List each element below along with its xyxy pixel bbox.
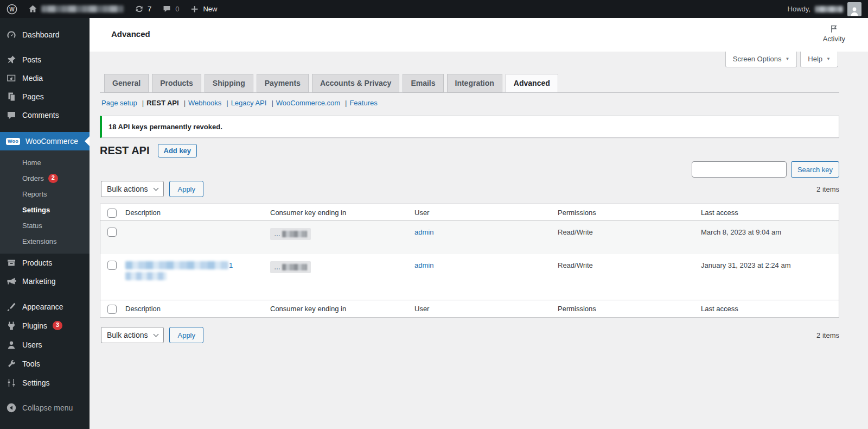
description-visible-suffix: 1 bbox=[229, 261, 233, 269]
search-key-button[interactable]: Search key bbox=[791, 161, 839, 178]
bulk-actions-select[interactable]: Bulk actions bbox=[101, 181, 164, 197]
blurred-key bbox=[282, 231, 307, 237]
column-header-user: User bbox=[414, 204, 558, 217]
howdy-label: Howdy, bbox=[788, 5, 810, 13]
advanced-subnav: Page setup | REST API | Webhooks | Legac… bbox=[101, 99, 378, 107]
sidebar-item-tools[interactable]: Tools bbox=[0, 354, 90, 373]
page-header-bar: Advanced Activity bbox=[90, 18, 868, 52]
pages-icon bbox=[6, 91, 17, 102]
screen-options-button[interactable]: Screen Options ▼ bbox=[725, 52, 797, 67]
active-menu-arrow bbox=[85, 136, 90, 146]
apply-button[interactable]: Apply bbox=[169, 327, 203, 343]
sidebar-item-posts[interactable]: Posts bbox=[0, 51, 90, 69]
plugins-count-badge: 3 bbox=[53, 321, 62, 330]
user-avatar[interactable] bbox=[847, 2, 861, 16]
blurred-site-name bbox=[41, 5, 124, 12]
wrench-icon bbox=[6, 358, 17, 369]
search-box: Search key bbox=[692, 161, 839, 178]
submenu-item-reports[interactable]: Reports bbox=[0, 186, 90, 202]
column-header-permissions: Permissions bbox=[558, 204, 701, 217]
apply-button[interactable]: Apply bbox=[169, 181, 203, 197]
tab-shipping[interactable]: Shipping bbox=[205, 74, 253, 92]
screen-meta-links: Screen Options ▼ Help ▼ bbox=[725, 52, 838, 67]
new-content-menu[interactable]: New bbox=[190, 4, 217, 14]
activity-button[interactable]: Activity bbox=[823, 24, 845, 43]
person-icon bbox=[849, 5, 860, 16]
sidebar-item-media[interactable]: Media bbox=[0, 69, 90, 87]
sidebar-item-users[interactable]: Users bbox=[0, 335, 90, 354]
sidebar-item-marketing[interactable]: Marketing bbox=[0, 272, 90, 291]
submenu-item-extensions[interactable]: Extensions bbox=[0, 234, 90, 249]
svg-text:W: W bbox=[9, 6, 15, 12]
settings-tabs: General Products Shipping Payments Accou… bbox=[104, 74, 558, 92]
sidebar-item-settings[interactable]: Settings bbox=[0, 373, 90, 392]
subnav-features[interactable]: Features bbox=[349, 99, 377, 107]
tab-payments[interactable]: Payments bbox=[257, 74, 309, 92]
site-name-menu[interactable] bbox=[28, 4, 124, 14]
tab-advanced[interactable]: Advanced bbox=[506, 74, 558, 92]
permissions-value: Read/Write bbox=[558, 254, 701, 269]
table-header-row: Description Consumer key ending in User … bbox=[100, 204, 839, 221]
search-key-input[interactable] bbox=[692, 161, 787, 178]
key-description-link[interactable]: 1 bbox=[125, 254, 270, 280]
chevron-down-icon: ▼ bbox=[785, 56, 789, 61]
sidebar-item-label: Marketing bbox=[22, 277, 55, 286]
subnav-webhooks[interactable]: Webhooks bbox=[188, 99, 221, 107]
bulk-actions-select[interactable]: Bulk actions bbox=[101, 327, 164, 343]
wordpress-logo-icon[interactable]: W bbox=[7, 4, 17, 15]
orders-count-badge: 2 bbox=[48, 174, 58, 182]
select-all-checkbox[interactable] bbox=[107, 305, 117, 314]
column-header-description[interactable]: Description bbox=[125, 204, 270, 217]
tab-products[interactable]: Products bbox=[152, 74, 201, 92]
row-checkbox[interactable] bbox=[107, 261, 117, 270]
comments-count: 0 bbox=[175, 5, 179, 13]
tab-accounts-privacy[interactable]: Accounts & Privacy bbox=[312, 74, 400, 92]
table-row: … admin Read/Write March 8, 2023 at 9:04… bbox=[100, 221, 839, 254]
sidebar-item-dashboard[interactable]: Dashboard bbox=[0, 26, 90, 44]
sidebar-item-appearance[interactable]: Appearance bbox=[0, 297, 90, 316]
sidebar-item-label: Comments bbox=[22, 111, 59, 119]
last-access-value: March 8, 2023 at 9:04 am bbox=[701, 221, 839, 236]
bulk-actions-top: Bulk actions Apply bbox=[101, 181, 203, 197]
sidebar-item-woocommerce[interactable]: Woo WooCommerce bbox=[0, 132, 90, 150]
subnav-page-setup[interactable]: Page setup bbox=[101, 99, 137, 107]
subnav-rest-api[interactable]: REST API bbox=[146, 99, 178, 107]
sidebar-item-label: Products bbox=[22, 258, 52, 267]
sidebar-item-products[interactable]: Products bbox=[0, 254, 90, 272]
sidebar-item-pages[interactable]: Pages bbox=[0, 87, 90, 106]
sidebar-item-plugins[interactable]: Plugins 3 bbox=[0, 316, 90, 335]
help-button[interactable]: Help ▼ bbox=[800, 52, 838, 67]
tab-integration[interactable]: Integration bbox=[447, 74, 502, 92]
collapse-menu-button[interactable]: Collapse menu bbox=[0, 399, 90, 417]
updates-indicator[interactable]: 7 bbox=[135, 4, 151, 14]
key-description-link[interactable] bbox=[125, 221, 270, 228]
user-link[interactable]: admin bbox=[414, 228, 433, 236]
media-icon bbox=[6, 73, 17, 84]
submenu-item-orders[interactable]: Orders 2 bbox=[0, 171, 90, 186]
tab-emails[interactable]: Emails bbox=[403, 74, 443, 92]
row-checkbox[interactable] bbox=[107, 228, 117, 237]
add-key-button[interactable]: Add key bbox=[158, 144, 197, 157]
submenu-item-status[interactable]: Status bbox=[0, 218, 90, 234]
success-notice: 18 API keys permanently revoked. bbox=[100, 116, 839, 138]
comments-indicator[interactable]: 0 bbox=[162, 4, 179, 14]
woocommerce-submenu: Home Orders 2 Reports Settings Status Ex… bbox=[0, 150, 90, 254]
submenu-item-home[interactable]: Home bbox=[0, 155, 90, 171]
column-header-description[interactable]: Description bbox=[125, 300, 270, 313]
updates-icon bbox=[135, 4, 144, 14]
comment-icon bbox=[162, 4, 171, 14]
new-label: New bbox=[203, 5, 217, 13]
subnav-legacy-api[interactable]: Legacy API bbox=[231, 99, 267, 107]
consumer-key-ending: … bbox=[270, 261, 311, 273]
select-all-checkbox[interactable] bbox=[107, 209, 117, 218]
sidebar-item-label: Appearance bbox=[22, 302, 63, 311]
submenu-item-settings[interactable]: Settings bbox=[0, 202, 90, 218]
user-link[interactable]: admin bbox=[414, 261, 433, 269]
sidebar-item-comments[interactable]: Comments bbox=[0, 106, 90, 124]
page-title: Advanced bbox=[111, 29, 150, 39]
sidebar-item-label: Media bbox=[22, 74, 43, 83]
items-count: 2 items bbox=[816, 185, 839, 193]
subnav-woocommerce-com[interactable]: WooCommerce.com bbox=[276, 99, 340, 107]
tab-general[interactable]: General bbox=[104, 74, 149, 92]
sidebar-item-label: Pages bbox=[22, 92, 44, 101]
